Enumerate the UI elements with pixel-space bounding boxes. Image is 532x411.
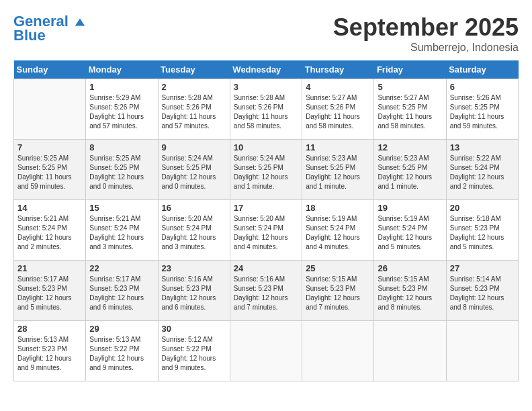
calendar-cell — [14, 79, 86, 140]
calendar-cell: 1Sunrise: 5:29 AM Sunset: 5:26 PM Daylig… — [86, 79, 158, 140]
calendar-week-row: 1Sunrise: 5:29 AM Sunset: 5:26 PM Daylig… — [14, 79, 519, 140]
day-number: 6 — [450, 82, 515, 92]
calendar-cell: 22Sunrise: 5:17 AM Sunset: 5:23 PM Dayli… — [86, 261, 158, 321]
cell-info: Sunrise: 5:28 AM Sunset: 5:26 PM Dayligh… — [234, 93, 298, 131]
weekday-header-saturday: Saturday — [446, 60, 518, 79]
calendar-cell: 27Sunrise: 5:14 AM Sunset: 5:23 PM Dayli… — [446, 261, 518, 321]
calendar-cell: 11Sunrise: 5:23 AM Sunset: 5:25 PM Dayli… — [302, 140, 374, 200]
cell-info: Sunrise: 5:17 AM Sunset: 5:23 PM Dayligh… — [89, 275, 154, 312]
day-number: 7 — [17, 142, 82, 152]
calendar-cell — [302, 321, 374, 381]
cell-info: Sunrise: 5:18 AM Sunset: 5:23 PM Dayligh… — [450, 214, 515, 252]
calendar-cell: 4Sunrise: 5:27 AM Sunset: 5:26 PM Daylig… — [302, 79, 374, 140]
cell-info: Sunrise: 5:20 AM Sunset: 5:24 PM Dayligh… — [234, 214, 298, 252]
day-number: 2 — [162, 82, 226, 92]
calendar-week-row: 14Sunrise: 5:21 AM Sunset: 5:24 PM Dayli… — [14, 200, 519, 261]
day-number: 9 — [162, 142, 226, 152]
cell-info: Sunrise: 5:15 AM Sunset: 5:23 PM Dayligh… — [306, 275, 370, 312]
calendar-cell: 6Sunrise: 5:26 AM Sunset: 5:25 PM Daylig… — [446, 79, 518, 140]
cell-info: Sunrise: 5:21 AM Sunset: 5:24 PM Dayligh… — [89, 214, 154, 252]
cell-info: Sunrise: 5:20 AM Sunset: 5:24 PM Dayligh… — [162, 214, 226, 252]
day-number: 15 — [89, 203, 154, 213]
day-number: 30 — [162, 324, 226, 334]
day-number: 29 — [89, 324, 154, 334]
cell-info: Sunrise: 5:16 AM Sunset: 5:23 PM Dayligh… — [234, 275, 298, 312]
weekday-header-row: SundayMondayTuesdayWednesdayThursdayFrid… — [14, 60, 519, 79]
weekday-header-wednesday: Wednesday — [230, 60, 302, 79]
weekday-header-friday: Friday — [374, 60, 446, 79]
day-number: 27 — [450, 263, 515, 273]
day-number: 4 — [306, 82, 370, 92]
day-number: 11 — [306, 142, 370, 152]
calendar-cell: 21Sunrise: 5:17 AM Sunset: 5:23 PM Dayli… — [14, 261, 86, 321]
calendar-cell: 3Sunrise: 5:28 AM Sunset: 5:26 PM Daylig… — [230, 79, 302, 140]
day-number: 25 — [306, 263, 370, 273]
cell-info: Sunrise: 5:17 AM Sunset: 5:23 PM Dayligh… — [17, 275, 82, 312]
calendar-cell: 28Sunrise: 5:13 AM Sunset: 5:23 PM Dayli… — [14, 321, 86, 381]
cell-info: Sunrise: 5:27 AM Sunset: 5:25 PM Dayligh… — [378, 93, 442, 131]
cell-info: Sunrise: 5:16 AM Sunset: 5:23 PM Dayligh… — [162, 275, 226, 312]
day-number: 5 — [378, 82, 442, 92]
cell-info: Sunrise: 5:22 AM Sunset: 5:24 PM Dayligh… — [450, 154, 515, 191]
day-number: 28 — [17, 324, 82, 334]
cell-info: Sunrise: 5:25 AM Sunset: 5:25 PM Dayligh… — [89, 154, 154, 191]
day-number: 24 — [234, 263, 298, 273]
cell-info: Sunrise: 5:28 AM Sunset: 5:26 PM Dayligh… — [162, 93, 226, 131]
day-number: 26 — [378, 263, 442, 273]
calendar-cell: 19Sunrise: 5:19 AM Sunset: 5:24 PM Dayli… — [374, 200, 446, 261]
day-number: 21 — [17, 263, 82, 273]
day-number: 3 — [234, 82, 298, 92]
calendar-cell: 9Sunrise: 5:24 AM Sunset: 5:25 PM Daylig… — [158, 140, 230, 200]
calendar-cell: 25Sunrise: 5:15 AM Sunset: 5:23 PM Dayli… — [302, 261, 374, 321]
calendar-cell: 2Sunrise: 5:28 AM Sunset: 5:26 PM Daylig… — [158, 79, 230, 140]
calendar-cell: 24Sunrise: 5:16 AM Sunset: 5:23 PM Dayli… — [230, 261, 302, 321]
calendar-week-row: 21Sunrise: 5:17 AM Sunset: 5:23 PM Dayli… — [14, 261, 519, 321]
title-section: September 2025 Sumberrejo, Indonesia — [333, 13, 519, 54]
cell-info: Sunrise: 5:23 AM Sunset: 5:25 PM Dayligh… — [378, 154, 442, 191]
calendar-cell: 7Sunrise: 5:25 AM Sunset: 5:25 PM Daylig… — [14, 140, 86, 200]
calendar-cell: 20Sunrise: 5:18 AM Sunset: 5:23 PM Dayli… — [446, 200, 518, 261]
calendar-cell: 26Sunrise: 5:15 AM Sunset: 5:23 PM Dayli… — [374, 261, 446, 321]
calendar-cell: 5Sunrise: 5:27 AM Sunset: 5:25 PM Daylig… — [374, 79, 446, 140]
calendar-week-row: 28Sunrise: 5:13 AM Sunset: 5:23 PM Dayli… — [14, 321, 519, 381]
day-number: 18 — [306, 203, 370, 213]
cell-info: Sunrise: 5:21 AM Sunset: 5:24 PM Dayligh… — [17, 214, 82, 252]
calendar-cell: 14Sunrise: 5:21 AM Sunset: 5:24 PM Dayli… — [14, 200, 86, 261]
cell-info: Sunrise: 5:13 AM Sunset: 5:23 PM Dayligh… — [17, 335, 82, 373]
svg-marker-0 — [75, 19, 85, 26]
calendar-cell: 23Sunrise: 5:16 AM Sunset: 5:23 PM Dayli… — [158, 261, 230, 321]
day-number: 23 — [162, 263, 226, 273]
weekday-header-tuesday: Tuesday — [158, 60, 230, 79]
cell-info: Sunrise: 5:23 AM Sunset: 5:25 PM Dayligh… — [306, 154, 370, 191]
cell-info: Sunrise: 5:13 AM Sunset: 5:22 PM Dayligh… — [89, 335, 154, 373]
cell-info: Sunrise: 5:19 AM Sunset: 5:24 PM Dayligh… — [378, 214, 442, 252]
day-number: 14 — [17, 203, 82, 213]
calendar-week-row: 7Sunrise: 5:25 AM Sunset: 5:25 PM Daylig… — [14, 140, 519, 200]
calendar-cell: 12Sunrise: 5:23 AM Sunset: 5:25 PM Dayli… — [374, 140, 446, 200]
weekday-header-sunday: Sunday — [14, 60, 86, 79]
cell-info: Sunrise: 5:12 AM Sunset: 5:22 PM Dayligh… — [162, 335, 226, 373]
calendar-cell: 8Sunrise: 5:25 AM Sunset: 5:25 PM Daylig… — [86, 140, 158, 200]
calendar-cell: 16Sunrise: 5:20 AM Sunset: 5:24 PM Dayli… — [158, 200, 230, 261]
calendar-cell: 15Sunrise: 5:21 AM Sunset: 5:24 PM Dayli… — [86, 200, 158, 261]
weekday-header-thursday: Thursday — [302, 60, 374, 79]
day-number: 8 — [89, 142, 154, 152]
page-header: General Blue September 2025 Sumberrejo, … — [13, 13, 519, 54]
day-number: 1 — [89, 82, 154, 92]
month-title: September 2025 — [333, 13, 519, 42]
day-number: 16 — [162, 203, 226, 213]
day-number: 10 — [234, 142, 298, 152]
cell-info: Sunrise: 5:25 AM Sunset: 5:25 PM Dayligh… — [17, 154, 82, 191]
day-number: 22 — [89, 263, 154, 273]
cell-info: Sunrise: 5:26 AM Sunset: 5:25 PM Dayligh… — [450, 93, 515, 131]
cell-info: Sunrise: 5:24 AM Sunset: 5:25 PM Dayligh… — [234, 154, 298, 191]
logo: General Blue — [13, 13, 86, 44]
calendar-cell: 10Sunrise: 5:24 AM Sunset: 5:25 PM Dayli… — [230, 140, 302, 200]
cell-info: Sunrise: 5:14 AM Sunset: 5:23 PM Dayligh… — [450, 275, 515, 312]
day-number: 12 — [378, 142, 442, 152]
calendar-cell: 30Sunrise: 5:12 AM Sunset: 5:22 PM Dayli… — [158, 321, 230, 381]
calendar-cell — [374, 321, 446, 381]
day-number: 13 — [450, 142, 515, 152]
calendar-table: SundayMondayTuesdayWednesdayThursdayFrid… — [13, 60, 519, 381]
day-number: 19 — [378, 203, 442, 213]
